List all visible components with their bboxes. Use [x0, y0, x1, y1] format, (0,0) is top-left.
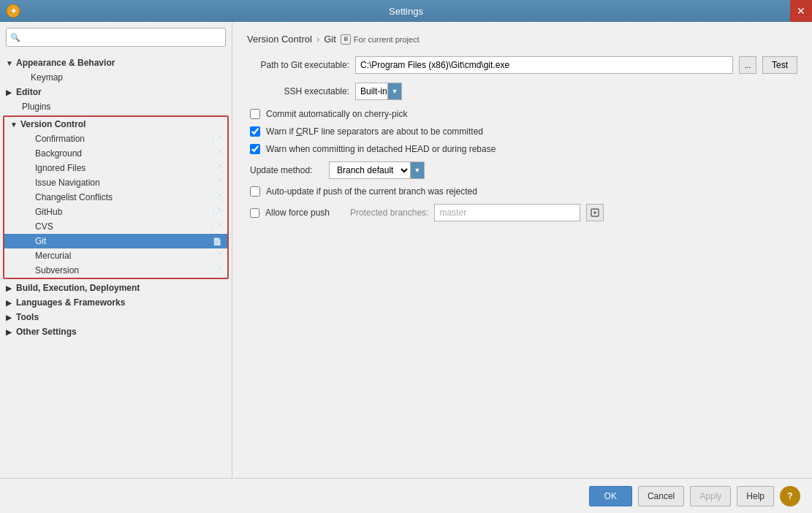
sidebar-item-plugins[interactable]: Plugins — [0, 99, 232, 114]
close-button[interactable]: ✕ — [790, 0, 812, 22]
sidebar-item-issuenavigation[interactable]: Issue Navigation 📄 — [4, 175, 227, 190]
sidebar-item-editor[interactable]: ▶ Editor — [0, 85, 232, 99]
force-push-checkbox[interactable] — [250, 208, 259, 218]
ssh-dropdown-button[interactable]: ▼ — [387, 83, 402, 100]
page-icon: 📄 — [213, 252, 221, 260]
search-input[interactable] — [6, 28, 226, 47]
detached-head-label[interactable]: Warn when committing in detached HEAD or… — [266, 144, 496, 154]
project-icon: 🖥 — [341, 34, 351, 45]
auto-update-label[interactable]: Auto-update if push of the current branc… — [266, 186, 477, 197]
ok-button[interactable]: OK — [589, 486, 632, 506]
protected-branches-input[interactable] — [434, 204, 580, 221]
cancel-button[interactable]: Cancel — [638, 486, 684, 506]
page-icon: 📄 — [213, 223, 221, 231]
sidebar-item-confirmation[interactable]: Confirmation 📄 — [4, 132, 227, 146]
sidebar-item-label: Editor — [16, 87, 226, 97]
path-label: Path to Git executable: — [247, 60, 349, 70]
sidebar-item-label: Subversion — [35, 265, 210, 276]
sidebar-item-label: Build, Execution, Deployment — [16, 283, 226, 293]
force-push-row: Allow force push Protected branches: — [247, 204, 797, 221]
sidebar-item-languages[interactable]: ▶ Languages & Frameworks — [0, 295, 232, 310]
page-icon: 📄 — [213, 267, 221, 275]
sidebar-item-changelistconflicts[interactable]: Changelist Conflicts 📄 — [4, 190, 227, 205]
ssh-label: SSH executable: — [247, 86, 349, 96]
left-panel: 🔍 ▼ Appearance & Behavior Keymap ▶ Edito… — [0, 22, 232, 478]
git-path-row: Path to Git executable: ... Test — [247, 56, 797, 74]
expand-arrow: ▶ — [6, 299, 13, 307]
sidebar-item-label: CVS — [35, 221, 210, 232]
browse-button[interactable]: ... — [739, 56, 756, 74]
force-push-label[interactable]: Allow force push — [265, 208, 330, 218]
sidebar-item-keymap[interactable]: Keymap — [0, 70, 232, 85]
sidebar-item-label: Issue Navigation — [35, 178, 210, 188]
crlf-label[interactable]: Warn if CRLF line separators are about t… — [266, 126, 483, 137]
sidebar-item-mercurial[interactable]: Mercurial 📄 — [4, 248, 227, 263]
sidebar-item-label: Changelist Conflicts — [35, 192, 210, 202]
dialog-title: Settings — [389, 6, 423, 17]
sidebar-item-git[interactable]: Git 📄 — [4, 234, 227, 248]
sidebar-item-label: Ignored Files — [35, 163, 210, 173]
apply-button[interactable]: Apply — [690, 486, 731, 506]
page-icon: 📄 — [213, 150, 221, 158]
update-method-row: Update method: Branch default ▼ — [247, 162, 797, 179]
crlf-row: Warn if CRLF line separators are about t… — [247, 126, 797, 137]
sidebar-item-label: Tools — [16, 312, 226, 322]
main-content: 🔍 ▼ Appearance & Behavior Keymap ▶ Edito… — [0, 22, 812, 478]
detached-head-checkbox[interactable] — [250, 144, 260, 154]
git-path-input[interactable] — [355, 56, 733, 74]
sidebar-item-label: Git — [35, 236, 210, 246]
page-icon: 📄 — [213, 179, 221, 187]
branch-select[interactable]: Branch default — [329, 162, 410, 179]
page-icon: 📄 — [213, 208, 221, 216]
sidebar-item-github[interactable]: GitHub 📄 — [4, 205, 227, 219]
page-icon: 📄 — [213, 194, 221, 202]
branch-select-wrapper: Branch default ▼ — [329, 162, 425, 179]
sidebar-item-label: Appearance & Behavior — [16, 58, 226, 68]
auto-update-checkbox[interactable] — [250, 186, 260, 197]
test-button[interactable]: Test — [762, 56, 797, 74]
sidebar-item-cvs[interactable]: CVS 📄 — [4, 219, 227, 234]
panel-header: Version Control › Git 🖥 For current proj… — [247, 34, 797, 45]
expand-arrow: ▶ — [6, 314, 13, 322]
sidebar-item-label: Confirmation — [35, 134, 210, 144]
title-bar: ✦ Settings ✕ — [0, 0, 812, 22]
svg-text:✦: ✦ — [10, 7, 17, 15]
expand-arrow: ▶ — [6, 284, 13, 292]
search-wrapper: 🔍 — [6, 28, 226, 47]
cherry-pick-checkbox[interactable] — [250, 109, 260, 119]
search-container: 🔍 — [0, 22, 232, 53]
breadcrumb-vc: Version Control — [247, 34, 312, 45]
auto-update-row: Auto-update if push of the current branc… — [247, 186, 797, 197]
cherry-pick-label[interactable]: Commit automatically on cherry-pick — [266, 109, 407, 119]
sidebar-item-othersettings[interactable]: ▶ Other Settings — [0, 324, 232, 339]
sidebar-item-subversion[interactable]: Subversion 📄 — [4, 263, 227, 278]
branch-dropdown-button[interactable]: ▼ — [410, 162, 425, 179]
sidebar-item-build[interactable]: ▶ Build, Execution, Deployment — [0, 281, 232, 295]
sidebar-item-versioncontrol[interactable]: ▼ Version Control — [4, 117, 227, 132]
search-icon: 🔍 — [10, 33, 20, 42]
version-control-group: ▼ Version Control Confirmation 📄 Backgro… — [3, 115, 229, 279]
tree-container: ▼ Appearance & Behavior Keymap ▶ Editor … — [0, 53, 232, 478]
update-method-label: Update method: — [250, 165, 323, 175]
breadcrumb-separator: › — [316, 34, 319, 45]
cherry-pick-row: Commit automatically on cherry-pick — [247, 109, 797, 119]
ssh-select[interactable]: Built-in — [355, 83, 387, 100]
app-logo: ✦ — [6, 4, 20, 18]
expand-arrow: ▼ — [10, 121, 18, 129]
sidebar-item-background[interactable]: Background 📄 — [4, 146, 227, 161]
expand-arrow: ▶ — [6, 88, 13, 96]
sidebar-item-ignoredfiles[interactable]: Ignored Files 📄 — [4, 161, 227, 175]
protected-branches-label: Protected branches: — [350, 208, 428, 218]
project-label: 🖥 For current project — [341, 34, 420, 45]
crlf-checkbox[interactable] — [250, 126, 260, 137]
right-panel: Version Control › Git 🖥 For current proj… — [232, 22, 812, 478]
help-circle-icon: ? — [780, 486, 800, 506]
protected-branches-button[interactable] — [586, 204, 604, 221]
help-button[interactable]: Help — [737, 486, 774, 506]
page-icon: 📄 — [213, 135, 221, 143]
bottom-bar: OK Cancel Apply Help ? — [0, 478, 812, 513]
sidebar-item-appearance[interactable]: ▼ Appearance & Behavior — [0, 56, 232, 70]
ssh-row: SSH executable: Built-in ▼ — [247, 83, 797, 100]
sidebar-item-tools[interactable]: ▶ Tools — [0, 310, 232, 324]
breadcrumb-git: Git — [324, 34, 336, 45]
